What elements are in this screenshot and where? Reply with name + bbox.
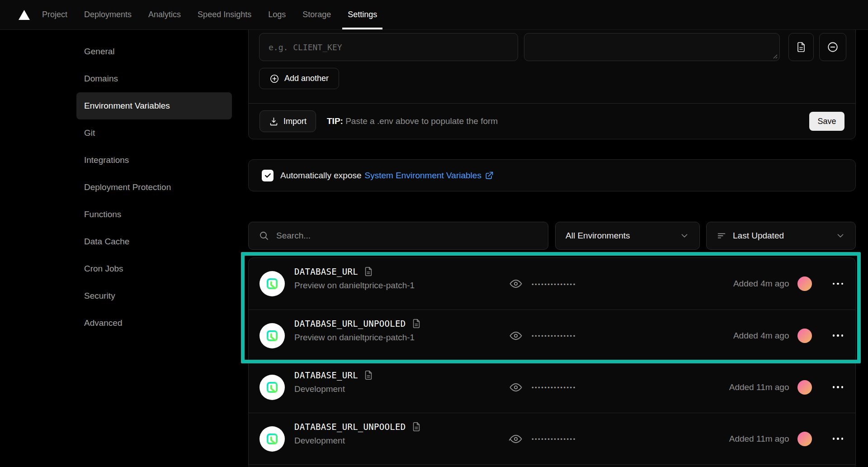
sidebar-item-deployment-protection[interactable]: Deployment Protection	[76, 174, 232, 201]
import-download-icon	[269, 117, 278, 126]
add-another-label: Add another	[284, 74, 329, 83]
user-avatar[interactable]	[797, 380, 812, 395]
env-var-names: DATABASE_URL_UNPOOLED Development	[294, 422, 421, 446]
tab-speed-insights[interactable]: Speed Insights	[198, 0, 251, 29]
reveal-eye-icon[interactable]	[509, 432, 523, 446]
tab-deployments[interactable]: Deployments	[84, 0, 132, 29]
sidebar-item-functions[interactable]: Functions	[76, 201, 232, 228]
tab-analytics[interactable]: Analytics	[148, 0, 181, 29]
settings-sidebar: General Domains Environment Variables Gi…	[0, 30, 238, 467]
chevron-down-icon	[835, 231, 845, 241]
user-avatar[interactable]	[797, 276, 812, 291]
env-var-row: DATABASE_URL Preview on danieltprice-pat…	[249, 258, 855, 310]
system-env-variables-link[interactable]: System Environment Variables	[365, 171, 494, 181]
env-var-name: DATABASE_URL	[294, 267, 358, 276]
add-another-button[interactable]: Add another	[259, 68, 339, 89]
reveal-eye-icon[interactable]	[509, 381, 523, 394]
minus-circle-icon	[827, 41, 839, 53]
tab-storage[interactable]: Storage	[302, 0, 331, 29]
next-row-partial	[249, 464, 855, 467]
settings-sidebar-list: General Domains Environment Variables Gi…	[76, 38, 232, 337]
env-var-row: DATABASE_URL Development •••••••••••••• …	[249, 361, 855, 413]
sidebar-item-general[interactable]: General	[76, 38, 232, 65]
search-box	[248, 222, 548, 250]
user-avatar[interactable]	[797, 329, 812, 343]
masked-value: ••••••••••••••	[532, 280, 576, 288]
env-var-value: ••••••••••••••	[509, 362, 576, 413]
check-icon	[264, 172, 272, 179]
copy-value-icon[interactable]	[411, 422, 421, 432]
sidebar-item-security[interactable]: Security	[76, 282, 232, 310]
import-label: Import	[283, 117, 307, 126]
env-var-name: DATABASE_URL_UNPOOLED	[294, 319, 406, 329]
tab-logs[interactable]: Logs	[268, 0, 286, 29]
user-avatar[interactable]	[797, 432, 812, 446]
row-menu-button[interactable]	[833, 386, 844, 388]
env-var-row: DATABASE_URL_UNPOOLED Development ••••••…	[249, 413, 855, 464]
env-var-meta: Added 4m ago	[733, 258, 843, 310]
sidebar-item-domains[interactable]: Domains	[76, 65, 232, 92]
env-var-value: ••••••••••••••	[509, 310, 576, 361]
row-menu-button[interactable]	[833, 334, 844, 337]
env-var-names: DATABASE_URL Preview on danieltprice-pat…	[294, 267, 415, 291]
masked-value: ••••••••••••••	[532, 332, 576, 339]
form-footer: Import TIP: Paste a .env above to popula…	[249, 103, 855, 139]
env-var-meta: Added 11m ago	[729, 362, 843, 413]
environment-filter-value: All Environments	[566, 231, 630, 241]
paste-env-file-button[interactable]	[788, 33, 814, 61]
save-button[interactable]: Save	[809, 112, 844, 131]
system-env-variables-link-label: System Environment Variables	[365, 171, 481, 181]
neon-integration-icon	[259, 375, 285, 400]
env-vars-table: DATABASE_URL Preview on danieltprice-pat…	[248, 257, 856, 467]
env-key-input[interactable]	[259, 33, 518, 61]
sort-filter-value: Last Updated	[733, 231, 784, 241]
copy-value-icon[interactable]	[411, 319, 421, 329]
neon-integration-icon	[259, 271, 285, 296]
sidebar-item-advanced[interactable]: Advanced	[76, 310, 232, 337]
env-var-target: Preview on danieltprice-patch-1	[294, 281, 415, 291]
import-button[interactable]: Import	[259, 110, 316, 132]
search-icon	[259, 230, 269, 241]
env-var-value: ••••••••••••••	[509, 413, 576, 464]
env-value-textarea[interactable]	[524, 33, 780, 61]
sort-lines-icon	[717, 231, 726, 241]
row-menu-button[interactable]	[833, 438, 844, 440]
sidebar-item-git[interactable]: Git	[76, 119, 232, 147]
reveal-eye-icon[interactable]	[509, 277, 523, 291]
remove-row-button[interactable]	[819, 33, 846, 61]
env-var-meta: Added 11m ago	[729, 413, 843, 464]
row-menu-button[interactable]	[833, 283, 844, 285]
search-input[interactable]	[276, 231, 538, 241]
copy-value-icon[interactable]	[363, 267, 373, 276]
sidebar-item-environment-variables[interactable]: Environment Variables	[76, 92, 232, 119]
neon-integration-icon	[259, 323, 285, 348]
env-var-names: DATABASE_URL Development	[294, 370, 373, 394]
env-var-row: DATABASE_URL_UNPOOLED Preview on danielt…	[249, 310, 855, 361]
tip-text: TIP: Paste a .env above to populate the …	[327, 116, 498, 126]
vercel-logo-icon[interactable]	[18, 10, 30, 20]
sort-filter-select[interactable]: Last Updated	[706, 222, 856, 250]
added-timestamp: Added 11m ago	[729, 382, 789, 392]
expose-system-env-card: Automatically expose System Environment …	[248, 159, 856, 191]
vercel-settings-page: Project Deployments Analytics Speed Insi…	[0, 0, 868, 467]
reveal-eye-icon[interactable]	[509, 329, 523, 343]
sidebar-item-data-cache[interactable]: Data Cache	[76, 228, 232, 255]
nav-tabs: Project Deployments Analytics Speed Insi…	[42, 0, 377, 29]
expose-checkbox[interactable]	[262, 170, 274, 181]
tab-project[interactable]: Project	[42, 0, 67, 29]
environment-filter-select[interactable]: All Environments	[555, 222, 700, 250]
sidebar-item-integrations[interactable]: Integrations	[76, 147, 232, 174]
tab-settings[interactable]: Settings	[348, 0, 377, 29]
masked-value: ••••••••••••••	[532, 383, 576, 391]
environment-variables-panel: Add another Import TIP: Paste a .env abo…	[238, 30, 868, 467]
env-var-form-card: Add another Import TIP: Paste a .env abo…	[248, 30, 856, 139]
copy-value-icon[interactable]	[363, 370, 373, 380]
sidebar-item-cron-jobs[interactable]: Cron Jobs	[76, 255, 232, 282]
env-var-target: Development	[294, 436, 421, 446]
added-timestamp: Added 4m ago	[733, 331, 789, 341]
env-var-name: DATABASE_URL	[294, 370, 358, 380]
env-var-target: Preview on danieltprice-patch-1	[294, 333, 421, 343]
tip-body: Paste a .env above to populate the form	[343, 116, 498, 126]
top-nav: Project Deployments Analytics Speed Insi…	[0, 0, 868, 30]
env-var-value: ••••••••••••••	[509, 258, 576, 310]
